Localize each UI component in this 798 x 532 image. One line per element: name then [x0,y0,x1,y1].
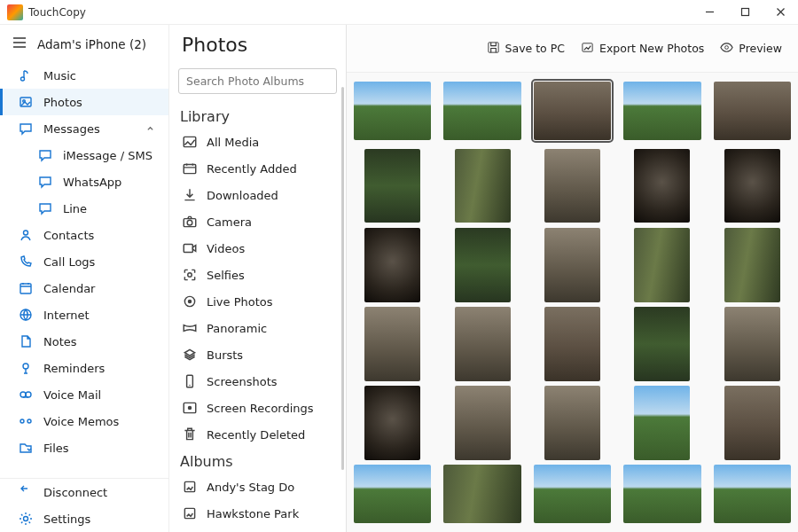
photo-thumbnail[interactable] [634,307,690,381]
photo-thumbnail[interactable] [364,149,420,223]
photo-thumbnail[interactable] [634,228,690,302]
sidebar-item-line[interactable]: Line [0,195,168,222]
imessage-icon [38,148,52,162]
export-new-photos-button[interactable]: Export New Photos [581,41,704,57]
photo-thumbnail[interactable] [364,307,420,381]
library-item-bursts[interactable]: Bursts [169,341,346,368]
photo-thumbnail[interactable] [724,386,780,460]
svg-point-12 [24,517,28,521]
library-item-videos[interactable]: Videos [169,235,346,262]
sidebar-item-photos[interactable]: Photos [0,89,168,115]
photo-thumbnail[interactable] [455,307,511,381]
library-item-label: Camera [207,215,252,229]
sidebar-item-whatsapp[interactable]: WhatsApp [0,168,168,195]
livephotos-icon [182,293,198,309]
whatsapp-icon [38,175,52,189]
sidebar-item-label: Contacts [43,229,94,242]
sidebar-item-contacts[interactable]: Contacts [0,222,168,248]
sidebar-item-disconnect[interactable]: Disconnect [0,479,168,505]
hamburger-icon[interactable] [12,36,27,51]
sidebar-item-label: Photos [43,96,82,109]
library-item-screenrec[interactable]: Screen Recordings [169,395,346,421]
library-item-camera[interactable]: Camera [169,208,346,235]
sidebar-item-internet[interactable]: Internet [0,301,168,328]
bursts-icon [182,347,198,363]
photo-thumbnail[interactable] [544,149,600,223]
panel-scrollbar[interactable] [341,87,344,470]
photo-thumbnail[interactable] [714,465,791,523]
library-item-livephotos[interactable]: Live Photos [169,288,346,315]
search-input[interactable] [178,68,337,94]
save-icon [487,41,500,57]
sidebar-item-label: Internet [43,309,90,322]
files-icon [19,441,33,455]
photo-thumbnail[interactable] [443,82,520,140]
toolbar: Save to PC Export New Photos Preview [347,25,798,73]
photo-thumbnail[interactable] [623,465,700,523]
photo-thumbnail[interactable] [364,228,420,302]
window-minimize-button[interactable] [692,0,727,25]
reminders-icon [19,361,33,375]
library-item-label: Videos [207,242,245,255]
photo-thumbnail[interactable] [724,228,780,302]
sidebar-item-messages[interactable]: Messages [0,115,168,142]
photo-thumbnail[interactable] [443,465,520,523]
photo-thumbnail[interactable] [364,386,420,460]
photo-thumbnail[interactable] [634,149,690,223]
recent-icon [182,160,198,176]
titlebar: TouchCopy [0,0,798,25]
export-label: Export New Photos [599,42,704,55]
library-item-panoramic[interactable]: Panoramic [169,315,346,341]
library-item-trash[interactable]: Recently Deleted [169,421,346,448]
sidebar-item-notes[interactable]: Notes [0,328,168,355]
library-item-label: Screen Recordings [207,402,314,415]
sidebar-item-music[interactable]: Music [0,62,168,89]
sidebar-item-calendar[interactable]: Calendar [0,275,168,301]
svg-point-11 [27,419,31,423]
svg-rect-14 [184,165,196,174]
sidebar-item-label: Disconnect [43,486,107,499]
library-item-allmedia[interactable]: All Media [169,129,346,155]
window-maximize-button[interactable] [727,0,763,25]
sidebar-item-reminders[interactable]: Reminders [0,355,168,381]
album-item-hawkstone[interactable]: Hawkstone Park [169,500,346,527]
photo-thumbnail[interactable] [623,82,700,140]
photo-thumbnail[interactable] [455,228,511,302]
photo-thumbnail[interactable] [455,149,511,223]
album-icon [182,505,198,521]
preview-button[interactable]: Preview [720,41,782,57]
svg-point-10 [20,419,24,423]
photo-thumbnail[interactable] [544,307,600,381]
photo-thumbnail[interactable] [724,307,780,381]
library-item-recent[interactable]: Recently Added [169,155,346,182]
panel-section-header: Albums [169,448,346,473]
sidebar-item-label: WhatsApp [63,176,121,189]
sidebar-item-settings[interactable]: Settings [0,505,168,532]
library-item-selfies[interactable]: Selfies [169,262,346,288]
library-item-screenshots[interactable]: Screenshots [169,368,346,395]
sidebar-item-voicemail[interactable]: Voice Mail [0,381,168,408]
photo-thumbnail[interactable] [724,149,780,223]
window-close-button[interactable] [763,0,798,25]
photo-thumbnail[interactable] [354,82,431,140]
content-area: Save to PC Export New Photos Preview [347,25,798,532]
photo-thumbnail[interactable] [714,82,791,140]
photo-thumbnail[interactable] [354,465,431,523]
photo-thumbnail[interactable] [455,386,511,460]
photo-thumbnail[interactable] [534,82,611,140]
photo-thumbnail[interactable] [544,228,600,302]
sidebar-item-voicememos[interactable]: Voice Memos [0,408,168,434]
settings-icon [19,512,33,526]
photo-thumbnail[interactable] [634,386,690,460]
album-icon [182,479,198,495]
sidebar-item-label: Notes [43,335,77,348]
photo-thumbnail[interactable] [544,386,600,460]
svg-point-16 [187,220,192,225]
save-to-pc-button[interactable]: Save to PC [487,41,565,57]
album-item-andystag[interactable]: Andy's Stag Do [169,473,346,500]
sidebar-item-files[interactable]: Files [0,434,168,461]
sidebar-item-imessage[interactable]: iMessage / SMS [0,142,168,168]
library-item-downloaded[interactable]: Downloaded [169,182,346,208]
sidebar-item-calllogs[interactable]: Call Logs [0,248,168,275]
photo-thumbnail[interactable] [534,465,611,523]
